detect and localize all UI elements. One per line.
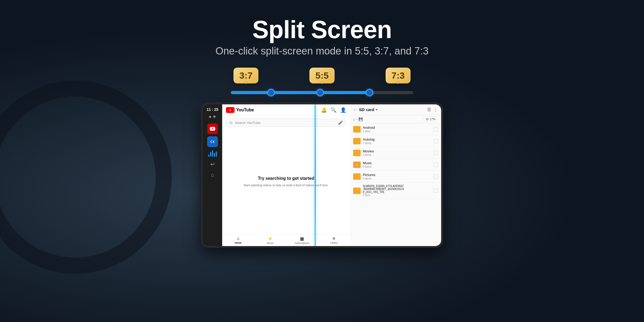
file-meta-autolog: 7 items bbox=[363, 142, 431, 145]
file-meta-android: 1 item bbox=[363, 130, 431, 133]
badge-55[interactable]: 5:5 bbox=[309, 68, 334, 83]
youtube-header: YouTube 🔔 🔍 👤 bbox=[222, 104, 350, 116]
folder-icon-slm bbox=[353, 188, 361, 194]
more-options-icon[interactable]: ⋮ bbox=[434, 107, 438, 112]
file-checkbox-music[interactable] bbox=[434, 163, 438, 167]
folder-icon-autolog bbox=[353, 138, 361, 144]
list-view-icon[interactable]: ☰ bbox=[427, 107, 431, 112]
file-item-pictures[interactable]: Pictures 0 items bbox=[350, 171, 441, 182]
youtube-logo: YouTube bbox=[226, 107, 254, 113]
file-info-slm: SLM920S_EQ000_2774.A2E9557.B000B4B.59803… bbox=[363, 185, 431, 197]
file-item-autolog[interactable]: Autolog 7 items bbox=[350, 135, 441, 147]
youtube-logo-text: YouTube bbox=[236, 108, 254, 112]
file-info-pictures: Pictures 0 items bbox=[363, 173, 431, 180]
badge-73[interactable]: 7:3 bbox=[386, 68, 411, 83]
file-name-movies: Movies bbox=[363, 149, 431, 153]
youtube-app-icon[interactable] bbox=[207, 123, 218, 134]
file-item-music[interactable]: ♪ Music 0 items bbox=[350, 159, 441, 171]
sidebar-time: 11 : 25 bbox=[207, 108, 218, 112]
subscriptions-nav-label: Subscriptions bbox=[295, 242, 309, 244]
library-nav-icon: ≡ bbox=[333, 236, 335, 241]
search-icon[interactable]: 🔍 bbox=[331, 107, 336, 113]
folder-icon-movies bbox=[353, 150, 361, 156]
file-info-movies: Movies 0 items bbox=[363, 149, 431, 156]
files-dropdown-icon[interactable]: ▾ bbox=[376, 108, 378, 112]
youtube-panel: YouTube 🔔 🔍 👤 ⊙ Search YouTube 🎤 Try sea… bbox=[222, 104, 350, 246]
youtube-header-icons: 🔔 🔍 👤 bbox=[321, 107, 346, 113]
folder-icon-music: ♪ bbox=[353, 162, 361, 168]
badge-37[interactable]: 3:7 bbox=[233, 68, 258, 83]
folder-icon-pictures bbox=[353, 173, 361, 180]
file-item-movies[interactable]: Movies 0 items bbox=[350, 147, 441, 159]
file-name-slm: SLM920S_EQ000_2774.A2E9557.B000B4B.59803… bbox=[363, 185, 431, 193]
folder-icon-android bbox=[353, 126, 361, 133]
files-back-button[interactable]: ← bbox=[353, 107, 357, 112]
mic-bar-5 bbox=[216, 151, 217, 157]
mic-bar-1 bbox=[208, 155, 209, 157]
account-icon[interactable]: 👤 bbox=[340, 107, 346, 113]
wifi-icon bbox=[213, 115, 216, 119]
slider-dot-1[interactable] bbox=[267, 89, 275, 96]
mic-bar-3 bbox=[212, 150, 213, 157]
back-button[interactable]: ↩ bbox=[210, 161, 215, 167]
shorts-nav-icon: ⚡ bbox=[268, 236, 273, 241]
shorts-nav-label: Shorts bbox=[266, 242, 273, 244]
breadcrumb-sep-1: › bbox=[356, 117, 357, 121]
file-meta-pictures: 0 items bbox=[363, 177, 431, 180]
nav-library[interactable]: ≡ Library bbox=[318, 236, 350, 244]
split-screen-divider bbox=[315, 104, 316, 246]
file-info-autolog: Autolog 7 items bbox=[363, 137, 431, 145]
youtube-empty-state: Try searching to get started Start watch… bbox=[222, 129, 350, 234]
mic-bar-4 bbox=[214, 153, 215, 157]
youtube-search-bar[interactable]: ⊙ Search YouTube 🎤 bbox=[226, 119, 346, 127]
file-checkbox-pictures[interactable] bbox=[434, 174, 438, 179]
file-checkbox-slm[interactable] bbox=[434, 189, 438, 193]
sidebar-status-icons: ✱ bbox=[209, 115, 216, 119]
bell-icon[interactable]: 🔔 bbox=[321, 107, 327, 113]
split-slider-section: 3:7 5:5 7:3 bbox=[228, 68, 416, 94]
page-title: Split Screen bbox=[252, 16, 392, 43]
file-info-music: Music 0 items bbox=[363, 161, 431, 168]
compass-icon: ⊙ bbox=[229, 120, 233, 125]
microphone-icon[interactable]: 🎤 bbox=[338, 120, 343, 125]
slider-dot-2[interactable] bbox=[316, 89, 324, 96]
slider-track[interactable] bbox=[231, 91, 413, 94]
library-nav-label: Library bbox=[330, 241, 338, 244]
file-checkbox-android[interactable] bbox=[434, 127, 438, 131]
nav-subscriptions[interactable]: ▦ Subscriptions bbox=[286, 236, 318, 244]
home-button[interactable]: ⌂ bbox=[211, 172, 214, 178]
mic-bar-2 bbox=[210, 152, 211, 157]
slider-fill bbox=[231, 91, 369, 94]
youtube-logo-icon bbox=[226, 107, 235, 113]
empty-state-desc: Start watching videos to help us build a… bbox=[244, 183, 328, 188]
badges-row: 3:7 5:5 7:3 bbox=[231, 68, 413, 83]
home-breadcrumb-icon[interactable]: ⌂ bbox=[353, 117, 355, 121]
files-breadcrumb: ⌂ › 💾 17% bbox=[350, 115, 441, 123]
nav-home[interactable]: ⌂ Home bbox=[222, 236, 254, 244]
file-meta-slm: 1 item bbox=[363, 194, 431, 197]
file-item-android[interactable]: Android 1 item bbox=[350, 123, 441, 135]
files-header: ← SD card ▾ ☰ ⋮ bbox=[350, 104, 441, 115]
storage-badge: 17% bbox=[423, 117, 438, 122]
file-name-autolog: Autolog bbox=[363, 137, 431, 141]
file-meta-movies: 0 items bbox=[363, 153, 431, 156]
search-placeholder-text: Search YouTube bbox=[235, 121, 336, 125]
files-list: Android 1 item Autolog 7 items bbox=[350, 123, 441, 246]
files-header-icons: ☰ ⋮ bbox=[427, 107, 438, 112]
file-name-pictures: Pictures bbox=[363, 173, 431, 177]
youtube-bottom-nav: ⌂ Home ⚡ Shorts ▦ Subscriptions ≡ Librar… bbox=[222, 234, 350, 246]
nav-shorts[interactable]: ⚡ Shorts bbox=[254, 236, 286, 244]
file-meta-music: 0 items bbox=[363, 165, 431, 168]
slider-dot-3[interactable] bbox=[366, 89, 373, 96]
device-screen: 11 : 25 ✱ bbox=[201, 103, 443, 248]
files-title: SD card bbox=[359, 107, 374, 112]
file-checkbox-movies[interactable] bbox=[434, 151, 438, 155]
file-checkbox-autolog[interactable] bbox=[434, 139, 438, 143]
file-info-android: Android 1 item bbox=[363, 126, 431, 133]
file-item-slm[interactable]: SLM920S_EQ000_2774.A2E9557.B000B4B.59803… bbox=[350, 182, 441, 199]
home-nav-label: Home bbox=[235, 241, 241, 244]
file-name-music: Music bbox=[363, 161, 431, 165]
cx-app-icon[interactable]: CX bbox=[207, 136, 218, 147]
file-name-android: Android bbox=[363, 126, 431, 130]
home-nav-icon: ⌂ bbox=[237, 236, 240, 241]
